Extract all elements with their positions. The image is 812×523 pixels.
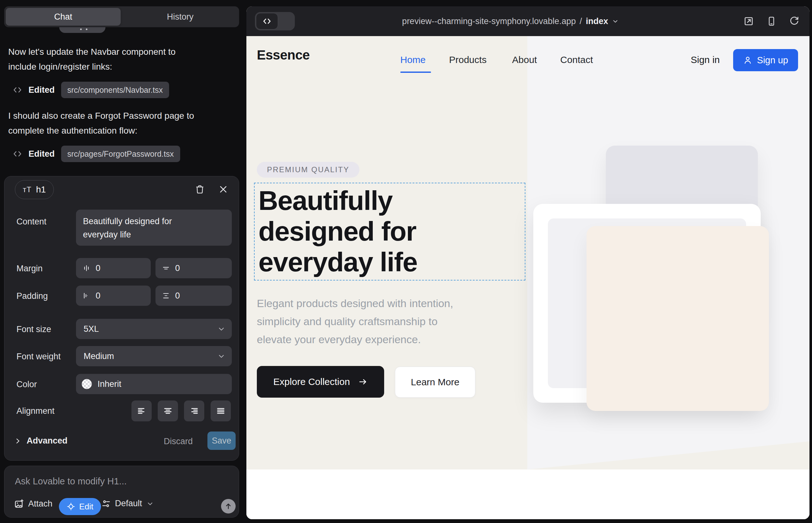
text-type-icon: тT xyxy=(23,185,32,194)
explore-collection-label: Explore Collection xyxy=(273,376,350,387)
nav-link-products[interactable]: Products xyxy=(449,54,487,65)
save-label: Save xyxy=(212,436,231,446)
discard-label: Discard xyxy=(164,437,193,446)
hero-description-line: simplicity and quality craftsmanship to xyxy=(257,312,453,330)
align-left-button[interactable] xyxy=(131,400,152,421)
padding-vertical-icon xyxy=(162,292,170,300)
align-center-icon xyxy=(163,406,173,416)
selected-h1-outline[interactable]: Beautifully designed for everyday life xyxy=(254,183,525,281)
margin-y-input[interactable]: 0 xyxy=(156,258,232,278)
align-justify-icon xyxy=(216,406,226,416)
preview-toolbar: preview--charming-site-symphony.lovable.… xyxy=(246,6,810,36)
file-chip-label: src/components/Navbar.tsx xyxy=(68,86,163,95)
active-link-underline xyxy=(400,72,431,73)
open-external-button[interactable] xyxy=(742,14,756,28)
nav-link-home[interactable]: Home xyxy=(400,54,426,65)
attach-label: Attach xyxy=(28,499,53,509)
tab-history[interactable]: History xyxy=(121,6,239,27)
close-editor-button[interactable] xyxy=(216,182,231,197)
content-label: Content xyxy=(16,217,47,227)
delete-element-button[interactable] xyxy=(193,182,207,197)
tab-chat[interactable]: Chat xyxy=(6,8,121,26)
font-size-label: Font size xyxy=(16,325,51,334)
trash-icon xyxy=(195,184,205,194)
padding-horizontal-icon xyxy=(82,292,91,300)
chevron-down-icon xyxy=(217,352,226,360)
attach-image-icon xyxy=(14,499,24,509)
chat-composer[interactable]: Ask Lovable to modify H1... Attach Edit … xyxy=(4,466,239,518)
edited-label: Edited xyxy=(29,85,55,95)
align-right-button[interactable] xyxy=(184,400,204,421)
hero-heading[interactable]: Beautifully designed for everyday life xyxy=(259,185,418,277)
send-button[interactable] xyxy=(221,499,236,513)
chevron-down-icon xyxy=(217,325,226,333)
learn-more-button[interactable]: Learn More xyxy=(395,366,475,398)
align-center-button[interactable] xyxy=(158,400,178,421)
explore-collection-button[interactable]: Explore Collection xyxy=(257,366,384,398)
tab-history-label: History xyxy=(167,12,194,22)
nav-link-contact[interactable]: Contact xyxy=(560,54,593,65)
url-separator: / xyxy=(580,16,582,26)
attach-button[interactable]: Attach xyxy=(14,499,53,509)
color-value: Inherit xyxy=(98,379,121,389)
hero-description-line: elevate your everyday experience. xyxy=(257,330,453,348)
url-bar[interactable]: preview--charming-site-symphony.lovable.… xyxy=(246,6,810,36)
font-weight-select[interactable]: Medium xyxy=(76,346,232,366)
margin-x-input[interactable]: 0 xyxy=(76,258,151,278)
sign-up-label: Sign up xyxy=(757,55,788,66)
hero-wave xyxy=(527,441,810,469)
align-justify-button[interactable] xyxy=(211,400,231,421)
site-logo[interactable]: Essence xyxy=(257,48,310,63)
external-link-icon xyxy=(743,16,754,27)
hero-heading-line: everyday life xyxy=(259,247,418,277)
close-icon xyxy=(218,184,228,194)
arrow-right-icon xyxy=(358,377,368,386)
save-button[interactable]: Save xyxy=(208,432,236,450)
margin-x-value: 0 xyxy=(96,264,100,273)
user-icon xyxy=(743,55,753,65)
edited-file-row: Edited src/pages/ForgotPassword.tsx xyxy=(13,146,180,162)
padding-x-value: 0 xyxy=(96,291,100,301)
content-value: Beautifully designed for everyday life xyxy=(76,210,209,241)
advanced-toggle[interactable]: Advanced xyxy=(14,436,68,446)
tab-chat-label: Chat xyxy=(54,12,72,22)
chat-message-line: I should also create a Forgot Password p… xyxy=(8,108,194,123)
content-textarea[interactable]: Beautifully designed for everyday life xyxy=(76,210,232,246)
composer-placeholder: Ask Lovable to modify H1... xyxy=(15,476,127,487)
font-size-value: 5XL xyxy=(84,324,99,334)
padding-x-input[interactable]: 0 xyxy=(76,286,151,306)
font-size-select[interactable]: 5XL xyxy=(76,319,232,339)
padding-label: Padding xyxy=(16,291,48,301)
discard-button[interactable]: Discard xyxy=(164,437,193,446)
padding-y-input[interactable]: 0 xyxy=(156,286,232,306)
refresh-button[interactable] xyxy=(787,14,801,28)
sign-up-button[interactable]: Sign up xyxy=(733,49,798,71)
alignment-label: Alignment xyxy=(16,406,54,416)
model-default-select[interactable]: Default xyxy=(101,499,154,508)
sign-in-link[interactable]: Sign in xyxy=(691,54,720,65)
edit-mode-button[interactable]: Edit xyxy=(59,498,101,515)
hero-heading-line: Beautifully xyxy=(259,185,418,216)
url-page: index xyxy=(586,16,608,26)
chat-message: I should also create a Forgot Password p… xyxy=(8,108,194,138)
color-swatch xyxy=(82,379,92,389)
align-right-icon xyxy=(189,406,199,416)
app-window: Chat History Now let's update the Navbar… xyxy=(0,0,812,523)
chat-message-line: Now let's update the Navbar component to xyxy=(8,44,175,59)
color-select[interactable]: Inherit xyxy=(76,374,232,394)
chevron-right-icon xyxy=(14,437,21,445)
learn-more-label: Learn More xyxy=(411,377,459,387)
mobile-view-button[interactable] xyxy=(764,14,778,28)
dot xyxy=(86,29,87,30)
padding-y-value: 0 xyxy=(175,291,180,301)
hero-badge: PREMIUM QUALITY xyxy=(257,162,359,178)
refresh-icon xyxy=(789,16,800,26)
hero-description-line: Elegant products designed with intention… xyxy=(257,294,453,312)
nav-link-about[interactable]: About xyxy=(512,54,537,65)
toolbar-actions xyxy=(742,6,801,36)
file-chip[interactable]: src/components/Navbar.tsx xyxy=(61,82,170,98)
file-chip-label: src/pages/ForgotPassword.tsx xyxy=(68,149,174,159)
chevron-down-icon[interactable] xyxy=(612,18,619,25)
color-label: Color xyxy=(16,380,37,390)
file-chip[interactable]: src/pages/ForgotPassword.tsx xyxy=(61,146,180,162)
